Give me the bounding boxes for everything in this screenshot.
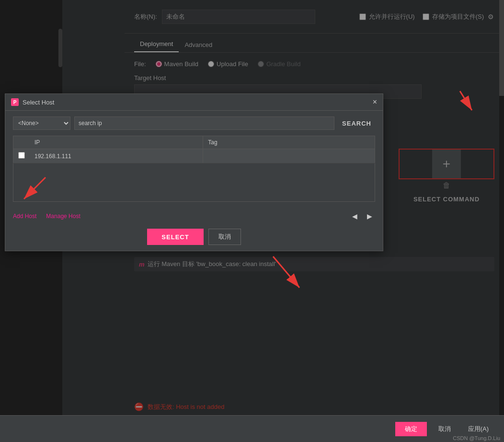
footer-nav: ◀ ▶ (349, 211, 375, 221)
table-header-ip: IP (30, 136, 203, 149)
dialog-title-text: Select Host (23, 99, 54, 106)
search-row: <None> IP Tag SEARCH (13, 116, 375, 130)
table-header-checkbox (13, 136, 30, 149)
select-host-dialog: P Select Host × <None> IP Tag SEARCH IP … (5, 93, 383, 251)
row-checkbox[interactable] (18, 152, 25, 159)
nav-next-button[interactable]: ▶ (364, 211, 375, 221)
nav-prev-button[interactable]: ◀ (349, 211, 360, 221)
dialog-body: <None> IP Tag SEARCH IP Tag (5, 111, 383, 208)
search-input[interactable] (74, 116, 334, 130)
host-table: IP Tag 192.168.1.111 (13, 136, 375, 202)
add-host-link[interactable]: Add Host (13, 213, 36, 220)
apply-button[interactable]: 应用(A) (462, 422, 494, 436)
dialog-close-button[interactable]: × (373, 98, 377, 106)
table-row[interactable]: 192.168.1.111 (13, 149, 375, 163)
confirm-button[interactable]: 确定 (395, 422, 427, 436)
footer-links: Add Host Manage Host (13, 213, 80, 220)
dialog-footer: Add Host Manage Host ◀ ▶ (5, 208, 383, 225)
table-empty (13, 163, 375, 202)
select-button[interactable]: SELECT (147, 229, 203, 245)
watermark: CSDN @Tung.D.Liu (453, 435, 500, 441)
bottom-bar: 确定 取消 应用(A) (0, 415, 504, 442)
dialog-title: P Select Host (11, 98, 54, 106)
table-header-tag: Tag (203, 136, 375, 149)
dialog-icon: P (11, 98, 19, 106)
row-tag (203, 149, 375, 163)
dialog-buttons: SELECT 取消 (5, 225, 383, 251)
row-checkbox-cell[interactable] (13, 149, 30, 163)
manage-host-link[interactable]: Manage Host (46, 213, 80, 220)
row-ip: 192.168.1.111 (30, 149, 203, 163)
cancel-button[interactable]: 取消 (433, 422, 457, 436)
search-dropdown[interactable]: <None> IP Tag (13, 116, 70, 130)
cancel-dialog-button[interactable]: 取消 (208, 229, 241, 245)
search-button[interactable]: SEARCH (338, 120, 375, 127)
dialog-title-bar: P Select Host × (5, 94, 383, 111)
